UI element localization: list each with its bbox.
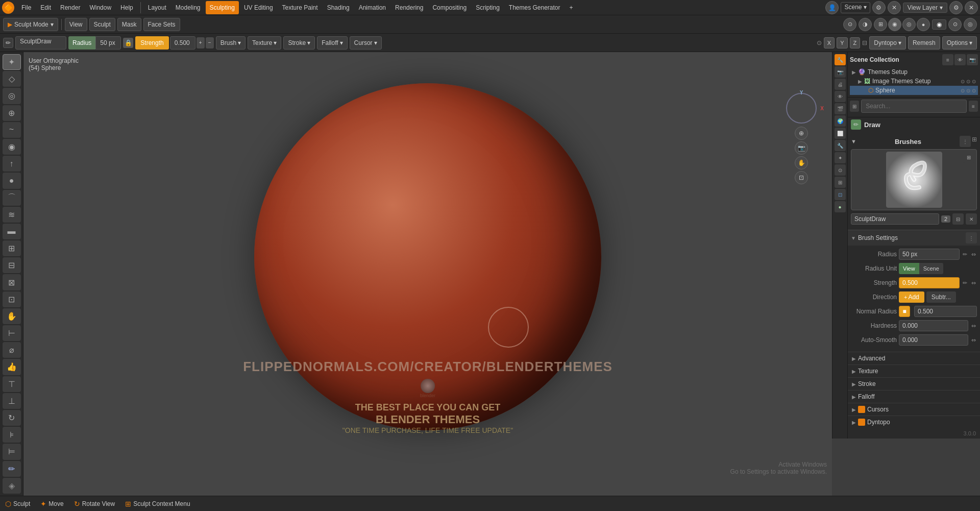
modifier-props-icon[interactable]: 🔧 [835,140,846,151]
strength-arrows-icon[interactable]: ⇔ [970,279,977,287]
render-btn[interactable]: ● [917,18,930,31]
zoom-to-fit-btn[interactable]: ⊕ [795,127,808,140]
mask-btn[interactable]: Mask [117,18,141,31]
menu-file[interactable]: File [17,1,35,14]
view-btn[interactable]: View [65,18,87,31]
brush-name-field[interactable]: SculptDraw [15,36,66,50]
workspace-compositing[interactable]: Compositing [428,1,471,14]
workspace-scripting[interactable]: Scripting [472,1,504,14]
physics-props-icon[interactable]: ⊙ [835,164,846,176]
face-sets-btn[interactable]: Face Sets [143,18,180,31]
workspace-animation[interactable]: Animation [355,1,390,14]
menu-help[interactable]: Help [116,1,137,14]
scrape-btn[interactable]: ⊟ [3,257,21,273]
strength-prop-value[interactable]: 0.500 [899,277,960,288]
rotate-btn[interactable]: ↻ [3,410,21,426]
move-tool-indicator[interactable]: ✦ Move [40,500,63,508]
nudge-btn[interactable]: ⊥ [3,393,21,409]
render-props-icon[interactable]: 📷 [835,66,846,78]
scene-props-icon-2[interactable]: 🎬 [835,103,846,114]
nav-sphere-gizmo[interactable]: Y X [786,93,817,124]
clay-thumb-btn[interactable]: ~ [3,122,21,138]
slide-relax-btn[interactable]: ⊧ [3,427,21,443]
scene-toggle-btn[interactable]: Scene [919,263,943,274]
brush-copy-icon[interactable]: ⊟ [952,213,964,225]
multires-btn[interactable]: ⊠ [3,274,21,290]
grab-btn[interactable]: ✋ [3,308,21,324]
workspace-texture-paint[interactable]: Texture Paint [278,1,322,14]
strength-btn[interactable]: Strength [135,36,168,50]
material-btn[interactable]: ◎ [902,18,916,31]
brush-icon[interactable]: ✏ [3,38,13,48]
inflate-btn[interactable]: ↑ [3,156,21,172]
solid-btn[interactable]: ◉ [888,18,901,31]
constraint-props-icon[interactable]: ⊞ [835,177,846,188]
radius-arrows-icon[interactable]: ⇔ [970,250,977,259]
advanced-section[interactable]: ▶ Advanced [848,352,980,364]
obj-props-icon[interactable]: ⬜ [835,128,846,139]
brushes-arrow[interactable]: ▼ [851,138,856,144]
draw-tool-btn[interactable]: ✦ [3,54,21,70]
workspace-sculpting[interactable]: Sculpting [206,1,239,14]
sculpt-mode-selector[interactable]: ▶ Sculpt Mode ▾ [3,18,58,31]
workspace-modeling[interactable]: Modeling [172,1,205,14]
nav-top-label[interactable]: Y [800,90,803,95]
layer-btn[interactable]: ◉ [3,139,21,155]
radius-value[interactable]: 50 px [95,36,121,50]
elastic-btn[interactable]: ⊢ [3,325,21,341]
viewport[interactable]: User Orthographic (54) Sphere Y X ⊕ 📷 ✋ … [23,52,832,496]
pose-btn[interactable]: ⊤ [3,376,21,392]
strength-minus-icon[interactable]: − [206,37,214,48]
menu-window[interactable]: Window [85,1,115,14]
view-icon-panel[interactable]: 👁 [954,54,966,65]
particle-props-icon[interactable]: ✦ [835,152,846,163]
y-btn[interactable]: Y [837,37,847,48]
render-icon-panel[interactable]: 📷 [967,54,978,65]
strength-value[interactable]: 0.500 [170,36,195,50]
strength-edit-icon[interactable]: ✏ [962,279,968,287]
panel-filter-icon[interactable]: ≡ [969,101,978,112]
workspace-themes-generator[interactable]: Themes Generator [505,1,565,14]
view-layer-close-icon[interactable]: ✕ [965,1,978,14]
brush-preview[interactable]: ⊞ [851,149,977,210]
menu-render[interactable]: Render [56,1,84,14]
view-layer-selector[interactable]: View Layer ▾ [903,3,947,13]
material-props-icon[interactable]: ● [835,201,846,212]
scene-selector[interactable]: Scene ▾ [841,2,870,13]
options-btn[interactable]: Options ▾ [942,36,977,50]
brush-dropdown[interactable]: Brush ▾ [216,36,246,50]
user-icon[interactable]: 👤 [825,1,839,14]
brush-settings-menu-icon[interactable]: ⋮ [966,232,977,244]
view-props-icon[interactable]: 👁 [835,91,846,102]
rotate-view-indicator[interactable]: ↻ Rotate View [74,500,115,508]
blob-btn[interactable]: ● [3,173,21,188]
draw-face-sets-btn[interactable]: ✏ [3,461,21,477]
pinch-btn[interactable]: ⊡ [3,291,21,307]
sphere-item[interactable]: ⬡ Sphere ⊙ ⊙ ⊙ [850,86,978,95]
flatten-btn[interactable]: ▬ [3,224,21,239]
perspective-btn[interactable]: ⊡ [795,171,808,184]
nav-gizmo[interactable]: Y X ⊕ 📷 ✋ ⊡ [781,93,822,134]
proportional-icon[interactable]: ◎ [964,18,977,31]
data-props-icon[interactable]: ⊡ [835,189,846,200]
mask-btn-left[interactable]: ◈ [3,478,21,494]
radius-edit-icon[interactable]: ✏ [962,250,968,259]
hand-tool-btn[interactable]: ✋ [795,156,808,169]
blender-app-icon[interactable]: 🔶 [2,2,14,14]
workspace-rendering[interactable]: Rendering [391,1,427,14]
fill-btn[interactable]: ⊞ [3,240,21,256]
workspace-uv-editing[interactable]: UV Editing [240,1,277,14]
add-direction-btn[interactable]: + Add [899,291,924,303]
themes-setup-item[interactable]: ▶ 🔮 Themes Setup [850,67,978,77]
scene-close-icon[interactable]: ✕ [888,1,901,14]
properties-icon[interactable]: 🔧 [835,54,846,65]
cursor-dropdown[interactable]: Cursor ▾ [350,36,382,50]
falloff-dropdown[interactable]: Falloff ▾ [317,36,347,50]
shading-icon[interactable]: ◑ [859,18,872,31]
normal-radius-value[interactable]: 0.500 [914,306,977,317]
smooth-btn[interactable]: ≋ [3,207,21,223]
sculpt-btn[interactable]: Sculpt [89,18,115,31]
overlay-icon[interactable]: ⊙ [843,18,856,31]
clay-btn[interactable]: ◎ [3,88,21,104]
brush-delete-icon[interactable]: ✕ [966,213,977,225]
